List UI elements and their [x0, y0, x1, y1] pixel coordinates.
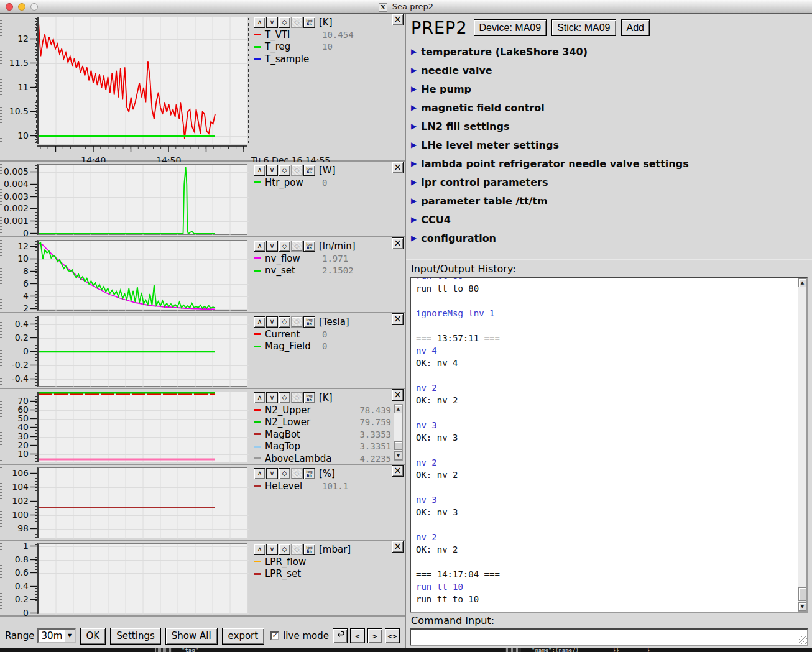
zoom-reset-button[interactable]: ◇	[279, 468, 290, 479]
zoom-reset-button[interactable]: ◇	[279, 165, 290, 176]
close-plot-button[interactable]: ×	[392, 541, 404, 553]
scrollbar-thumb[interactable]	[798, 587, 806, 601]
resize-grip-icon[interactable]	[799, 636, 807, 645]
history-line	[416, 445, 795, 457]
section-item-parameter[interactable]: ▶parameter table /tt/tm	[411, 191, 812, 210]
stick-button[interactable]: Stick: MA09	[551, 19, 616, 36]
scroll-down-arrow-icon[interactable]: ▼	[798, 602, 806, 611]
log-lin-toggle[interactable]: loglin	[303, 316, 315, 328]
zoom-reset-button[interactable]: ◇	[279, 241, 290, 252]
expand-triangle-icon[interactable]: ▶	[411, 140, 417, 149]
plot-area[interactable]	[37, 240, 247, 311]
section-item-ln2[interactable]: ▶LN2 fill settings	[411, 117, 812, 135]
y-tick-label: 100	[12, 510, 29, 520]
zoom-reset-button[interactable]: ◇	[279, 316, 290, 328]
log-lin-toggle[interactable]: loglin	[303, 468, 315, 479]
close-plot-button[interactable]: ×	[392, 14, 404, 25]
settings-button[interactable]: Settings	[110, 628, 161, 645]
history-line: ignoreMsg lnv 1	[416, 308, 795, 321]
zoom-reset-button[interactable]: ◇	[279, 392, 290, 403]
pan-up-button[interactable]: ∧	[254, 17, 265, 28]
section-item-configuration[interactable]: ▶configuration	[411, 229, 812, 247]
expand-triangle-icon[interactable]: ▶	[411, 122, 417, 131]
legend-color-dash	[254, 270, 261, 272]
pan-down-button[interactable]: ∨	[266, 468, 278, 479]
plot-area[interactable]	[37, 467, 247, 538]
pan-up-button[interactable]: ∧	[254, 544, 265, 555]
export-button[interactable]: export	[222, 628, 265, 645]
expand-triangle-icon[interactable]: ▶	[411, 159, 417, 168]
history-line: OK: nv 2	[416, 395, 795, 408]
show-all-button[interactable]: Show All	[165, 628, 218, 645]
add-button[interactable]: Add	[621, 19, 650, 36]
zoom-disabled-button: ◇	[291, 468, 303, 479]
pan-down-button[interactable]: ∨	[266, 165, 278, 176]
io-history-box[interactable]: run tt 80run tt to 80 ignoreMsg lnv 1 ==…	[410, 277, 808, 613]
command-input-field[interactable]	[410, 628, 808, 646]
scroll-down-arrow-icon[interactable]: ▼	[394, 451, 402, 460]
jump-latest-button[interactable]	[333, 628, 348, 643]
expand-range-button[interactable]: <>	[385, 628, 400, 643]
close-plot-button[interactable]: ×	[392, 237, 404, 249]
plot-area[interactable]	[37, 543, 247, 614]
zoom-reset-button[interactable]: ◇	[279, 544, 290, 555]
section-item-needle[interactable]: ▶needle valve	[411, 61, 812, 80]
expand-triangle-icon[interactable]: ▶	[411, 196, 417, 205]
range-dropdown[interactable]: 30m ▼	[37, 628, 76, 643]
section-item-ccu4[interactable]: ▶CCU4	[411, 210, 812, 229]
pan-up-button[interactable]: ∧	[254, 468, 265, 479]
section-item-lambda[interactable]: ▶lambda point refrigerator needle valve …	[411, 154, 812, 173]
live-mode-checkbox[interactable]: ✓	[270, 631, 279, 640]
close-plot-button[interactable]: ×	[392, 465, 404, 477]
section-item-temperature[interactable]: ▶temperature (LakeShore 340)	[411, 42, 812, 61]
legend-series-value: 2.1502	[322, 265, 354, 275]
scrollbar-thumb[interactable]	[394, 441, 402, 450]
scroll-up-arrow-icon[interactable]: ▲	[798, 278, 806, 287]
expand-triangle-icon[interactable]: ▶	[411, 178, 417, 186]
pan-down-button[interactable]: ∨	[266, 17, 278, 28]
scroll-up-arrow-icon[interactable]: ▲	[394, 405, 402, 413]
legend-series-name: LPR_flow	[265, 556, 322, 567]
y-tick-label: 0.4	[15, 581, 29, 591]
log-lin-toggle[interactable]: loglin	[303, 544, 315, 555]
section-item-magnetic[interactable]: ▶magnetic field control	[411, 98, 812, 117]
expand-triangle-icon[interactable]: ▶	[411, 215, 417, 224]
pan-up-button[interactable]: ∧	[254, 392, 265, 403]
zoom-reset-button[interactable]: ◇	[279, 17, 290, 28]
pan-up-button[interactable]: ∧	[254, 165, 265, 176]
pan-up-button[interactable]: ∧	[254, 241, 265, 252]
expand-triangle-icon[interactable]: ▶	[411, 103, 417, 112]
scroll-left-button[interactable]: <	[350, 628, 365, 643]
ok-button[interactable]: OK	[80, 628, 106, 645]
log-lin-toggle[interactable]: loglin	[303, 241, 315, 252]
pan-down-button[interactable]: ∨	[266, 241, 278, 252]
section-item-he[interactable]: ▶He pump	[411, 80, 812, 98]
plot-toolbar: ∧∨◇◇loglin[Tesla]	[254, 316, 402, 328]
close-plot-button[interactable]: ×	[392, 389, 404, 401]
scroll-right-button[interactable]: >	[367, 628, 382, 643]
pan-down-button[interactable]: ∨	[266, 544, 278, 555]
close-plot-button[interactable]: ×	[392, 313, 404, 325]
y-tick-label: 0.8	[15, 554, 29, 564]
chevron-down-icon[interactable]: ▼	[65, 630, 75, 642]
log-lin-toggle[interactable]: loglin	[303, 392, 315, 403]
plot-area[interactable]	[37, 17, 247, 144]
legend-scrollbar[interactable]: ▲▼	[394, 404, 403, 461]
pan-down-button[interactable]: ∨	[266, 392, 278, 403]
plot-area[interactable]	[37, 164, 247, 235]
expand-triangle-icon[interactable]: ▶	[411, 234, 417, 242]
expand-triangle-icon[interactable]: ▶	[411, 47, 417, 56]
pan-up-button[interactable]: ∧	[254, 316, 265, 328]
expand-triangle-icon[interactable]: ▶	[411, 66, 417, 75]
plot-area[interactable]	[37, 316, 247, 387]
pan-down-button[interactable]: ∨	[266, 316, 278, 328]
section-item-lpr[interactable]: ▶lpr control parameters	[411, 173, 812, 191]
expand-triangle-icon[interactable]: ▶	[411, 85, 417, 93]
log-lin-toggle[interactable]: loglin	[303, 165, 315, 176]
device-button[interactable]: Device: MA09	[474, 19, 547, 36]
io-history-scrollbar[interactable]: ▲ ▼	[798, 278, 807, 612]
section-item-lhe[interactable]: ▶LHe level meter settings	[411, 135, 812, 154]
close-plot-button[interactable]: ×	[392, 162, 404, 173]
plot-area[interactable]	[37, 392, 247, 462]
log-lin-toggle[interactable]: loglin	[303, 17, 315, 28]
